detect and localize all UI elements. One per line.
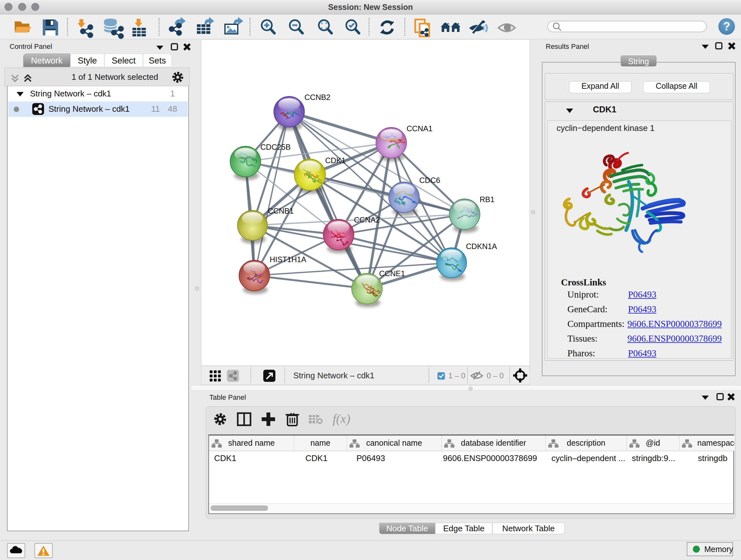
svg-text:CCNB2: CCNB2 [305,93,330,102]
svg-text:?: ? [723,20,730,33]
svg-text:HIST1H1A: HIST1H1A [270,255,307,264]
svg-text:CDC6: CDC6 [419,176,440,185]
svg-text:CCNB1: CCNB1 [268,206,293,215]
svg-text:CCNE1: CCNE1 [379,269,405,278]
svg-text:f(x): f(x) [333,412,350,426]
svg-text:CDC25B: CDC25B [260,143,291,151]
svg-text:CDK1: CDK1 [325,156,346,165]
svg-text:RB1: RB1 [480,195,495,204]
svg-text:CCNA2: CCNA2 [354,215,380,224]
svg-text:CDKN1A: CDKN1A [466,242,497,251]
svg-text:CCNA1: CCNA1 [407,124,432,133]
